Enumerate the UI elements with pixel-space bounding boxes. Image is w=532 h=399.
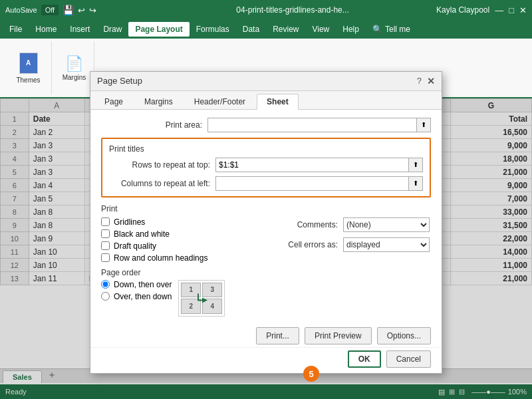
theme-icon-1[interactable]: A: [19, 53, 38, 74]
dialog-title: Page Setup: [97, 76, 142, 86]
undo-icon[interactable]: ↩: [78, 5, 85, 15]
row-col-headings-checkbox[interactable]: [101, 253, 110, 262]
page-order-section: Page order Down, then over Ov: [101, 268, 265, 317]
print-section-label: Print: [101, 204, 265, 213]
main-area: A B C D E F G 1DateTotal2Jan 216,5003Jan…: [0, 98, 532, 399]
cell-errors-select[interactable]: displayed: [343, 237, 430, 252]
ok-button[interactable]: OK: [348, 350, 381, 368]
rows-repeat-label: Rows to repeat at top:: [109, 160, 215, 170]
over-then-down-row: Over, then down: [101, 292, 172, 301]
save-icon[interactable]: 💾: [63, 5, 74, 15]
themes-label: Themes: [16, 76, 40, 84]
down-then-over-radio[interactable]: [101, 280, 110, 289]
title-bar-left: AutoSave Off 💾 ↩ ↪: [5, 5, 149, 15]
autosave-toggle[interactable]: Off: [41, 5, 59, 15]
menu-insert[interactable]: Insert: [63, 22, 96, 37]
ribbon-themes-group: A Themes: [5, 41, 52, 94]
cols-repeat-input-group: ⬆: [215, 176, 423, 191]
draft-quality-row: Draft quality: [101, 241, 265, 251]
menu-formulas[interactable]: Formulas: [190, 22, 236, 37]
gridlines-row: Gridlines: [101, 217, 265, 227]
menu-data[interactable]: Data: [236, 22, 266, 37]
print-area-input[interactable]: [207, 118, 416, 132]
rows-repeat-input-group: ⬆: [215, 158, 423, 172]
cols-repeat-row: Columns to repeat at left: ⬆: [109, 176, 423, 191]
black-white-checkbox[interactable]: [101, 229, 110, 238]
dialog-title-actions: ? ✕: [417, 76, 435, 86]
cell-errors-label: Cell errors as:: [278, 240, 338, 249]
menu-help[interactable]: Help: [336, 22, 366, 37]
title-bar: AutoSave Off 💾 ↩ ↪ 04-print-titles-gridl…: [0, 0, 532, 20]
dialog-title-bar: Page Setup ? ✕: [90, 72, 442, 91]
page-order-label: Page order: [101, 268, 265, 277]
maximize-icon[interactable]: □: [509, 5, 514, 15]
gridlines-checkbox[interactable]: [101, 217, 110, 226]
autosave-label: AutoSave: [5, 6, 37, 14]
down-then-over-label: Down, then over: [114, 280, 172, 289]
dialog-tab-headerfooter[interactable]: Header/Footer: [184, 94, 255, 109]
row-col-headings-row: Row and column headings: [101, 253, 265, 263]
over-then-down-radio[interactable]: [101, 292, 110, 301]
rows-repeat-arrow-btn[interactable]: ⬆: [408, 158, 423, 172]
title-bar-right: Kayla Claypool — □ ✕: [436, 5, 527, 15]
print-area-row: Print area: ⬆: [101, 118, 431, 132]
page-order-options: Down, then over Over, then down 1: [101, 280, 265, 317]
cancel-button[interactable]: Cancel: [386, 350, 431, 368]
cols-repeat-arrow-btn[interactable]: ⬆: [408, 176, 423, 191]
print-titles-section: Print titles Rows to repeat at top: ⬆ Co…: [101, 138, 431, 198]
print-dropdowns-area: Comments: (None) Cell errors as: display…: [278, 204, 431, 317]
print-checkboxes-area: Print Gridlines Black and white Draft qu…: [101, 204, 265, 317]
menu-review[interactable]: Review: [266, 22, 305, 37]
search-icon: 🔍: [372, 25, 382, 34]
margins-icon[interactable]: 📄: [65, 55, 83, 72]
black-white-row: Black and white: [101, 229, 265, 239]
print-button[interactable]: Print...: [256, 327, 299, 344]
redo-icon[interactable]: ↪: [89, 5, 96, 15]
gridlines-label: Gridlines: [114, 217, 145, 227]
menu-tell-me[interactable]: 🔍Tell me: [366, 22, 417, 37]
dialog-action-buttons: Print... Print Preview Options...: [90, 325, 442, 347]
cols-repeat-label: Columns to repeat at left:: [109, 179, 215, 188]
menu-home[interactable]: Home: [29, 22, 63, 37]
dialog-content: Print area: ⬆ Print titles Rows to repea…: [90, 110, 442, 325]
minimize-icon[interactable]: —: [495, 5, 503, 15]
print-area-input-group: ⬆: [207, 118, 431, 132]
margins-label: Margins: [63, 74, 86, 81]
close-icon[interactable]: ✕: [519, 5, 527, 15]
print-preview-button[interactable]: Print Preview: [305, 327, 372, 344]
print-titles-label: Print titles: [109, 144, 423, 154]
dialog-tab-sheet[interactable]: Sheet: [257, 94, 299, 110]
draft-quality-checkbox[interactable]: [101, 241, 110, 250]
menu-file[interactable]: File: [3, 22, 29, 37]
window-title: 04-print-titles-gridlines-and-he...: [149, 5, 436, 15]
dialog-overlay: Page Setup ? ✕ Page Margins Header/Foote…: [0, 98, 532, 399]
dialog-help-icon[interactable]: ?: [417, 76, 422, 86]
black-white-label: Black and white: [114, 229, 170, 239]
user-name: Kayla Claypool: [436, 5, 489, 15]
menu-page-layout[interactable]: Page Layout: [128, 22, 189, 37]
page-order-radio-group: Down, then over Over, then down: [101, 280, 172, 304]
print-area-label: Print area:: [101, 120, 207, 130]
dialog-tab-margins[interactable]: Margins: [134, 94, 183, 109]
dialog-confirm-buttons: OK Cancel: [90, 347, 442, 373]
cols-repeat-input[interactable]: [215, 176, 408, 191]
page-order-arrow: [195, 291, 208, 306]
menu-draw[interactable]: Draw: [96, 22, 128, 37]
comments-label: Comments:: [278, 220, 338, 229]
page-order-diagram: 1 3 2 4: [178, 280, 225, 317]
themes-icons: A: [19, 53, 38, 74]
dialog-tabs: Page Margins Header/Footer Sheet: [90, 91, 442, 110]
badge-5: 5: [303, 366, 319, 382]
print-area-arrow-btn[interactable]: ⬆: [416, 118, 431, 132]
page-setup-dialog: Page Setup ? ✕ Page Margins Header/Foote…: [90, 71, 442, 374]
rows-repeat-input[interactable]: [215, 158, 408, 172]
comments-row: Comments: (None): [278, 217, 431, 232]
row-col-headings-label: Row and column headings: [114, 253, 207, 263]
print-options-area: Print Gridlines Black and white Draft qu…: [101, 204, 431, 317]
dialog-close-icon[interactable]: ✕: [427, 76, 435, 86]
comments-select[interactable]: (None): [343, 217, 430, 232]
rows-repeat-row: Rows to repeat at top: ⬆: [109, 158, 423, 172]
options-button[interactable]: Options...: [377, 327, 431, 344]
menu-view[interactable]: View: [305, 22, 336, 37]
dialog-tab-page[interactable]: Page: [94, 94, 133, 109]
